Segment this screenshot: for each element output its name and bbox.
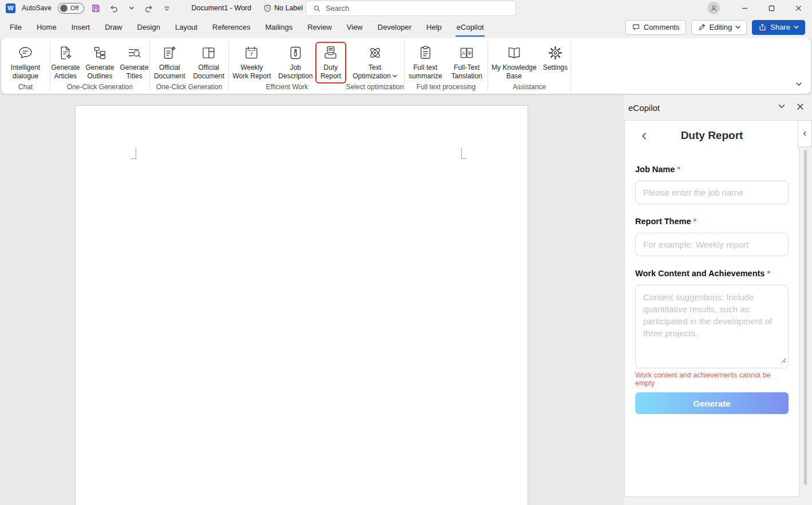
ribbon-button-job-description[interactable]: Job Description (275, 43, 316, 82)
ribbon-group-one-click-generation-2: Official Document Official Document One-… (150, 38, 228, 94)
close-icon (797, 103, 804, 110)
floppy-icon (91, 3, 101, 13)
validation-error-message: Work content and achievements cannot be … (635, 371, 789, 387)
svg-text:Φ: Φ (468, 50, 472, 55)
tab-design[interactable]: Design (130, 16, 168, 38)
chevron-down-icon (778, 102, 786, 110)
panel-collapse-button[interactable] (778, 102, 786, 113)
search-box[interactable] (306, 1, 516, 16)
chevron-left-icon (640, 132, 649, 141)
ribbon-button-settings[interactable]: Settings (540, 43, 571, 74)
tab-view[interactable]: View (339, 16, 370, 38)
sensitivity-label[interactable]: ? No Label (263, 4, 303, 13)
job-name-label: Job Name* (635, 165, 789, 174)
tab-ecopilot[interactable]: eCopilot (449, 16, 492, 38)
report-theme-input[interactable] (635, 233, 789, 256)
save-button[interactable] (90, 2, 102, 14)
ecopilot-panel: eCopilot Duty Report Job Name* Report Th… (623, 95, 812, 505)
comments-label: Comments (644, 23, 680, 31)
autosave-label: AutoSave (22, 4, 52, 12)
clipboard-list-icon (416, 43, 434, 62)
panel-scrollbar-thumb[interactable] (804, 150, 807, 485)
comment-icon (632, 23, 640, 31)
ribbon-button-my-knowledge-base[interactable]: My Knowledge Base (488, 43, 540, 82)
tab-draw[interactable]: Draw (97, 16, 129, 38)
group-label-assistance: Assistance (488, 83, 571, 91)
panel-close-button[interactable] (797, 102, 804, 113)
document-title: Document1 - Word (192, 4, 252, 12)
account-avatar[interactable] (707, 2, 720, 14)
ribbon-button-generate-titles[interactable]: Generate Titles (117, 43, 152, 82)
group-label-full-text-processing: Full text processing (405, 83, 488, 91)
tab-file[interactable]: File (2, 16, 29, 38)
undo-button[interactable] (108, 2, 120, 14)
chevron-down-icon (735, 23, 740, 31)
ribbon-button-generate-outlines[interactable]: Generate Outlines (82, 43, 117, 82)
ribbon-group-chat: Intelligent dialogue Chat (1, 38, 50, 94)
close-button[interactable] (785, 0, 812, 16)
ribbon-button-full-text-summarize[interactable]: Full text summarize (405, 43, 446, 82)
tab-mailings[interactable]: Mailings (258, 16, 300, 38)
ribbon-tabs: File Home Insert Draw Design Layout Refe… (0, 16, 491, 38)
chevron-down-icon (393, 72, 397, 81)
tab-help[interactable]: Help (419, 16, 449, 38)
search-input[interactable] (326, 4, 509, 13)
resize-handle-icon[interactable] (781, 355, 786, 365)
duty-report-form: Duty Report Job Name* Report Theme* Work… (624, 120, 799, 497)
tab-review[interactable]: Review (300, 16, 339, 38)
form-title: Duty Report (635, 129, 789, 142)
group-label-select-optimization: Select optimization (346, 83, 404, 91)
ribbon-button-full-text-translation[interactable]: AΦ Full-Text Tanslation (446, 43, 488, 82)
collapse-ribbon-button[interactable] (795, 79, 802, 90)
ribbon-button-duty-report[interactable]: Duty Report (316, 43, 345, 82)
tab-insert[interactable]: Insert (64, 16, 98, 38)
editing-mode-button[interactable]: Editing (691, 20, 747, 35)
comments-button[interactable]: Comments (625, 20, 686, 35)
work-content-textarea[interactable] (635, 285, 789, 368)
tab-references[interactable]: References (205, 16, 258, 38)
chat-bubble-icon (17, 43, 35, 62)
shield-icon: ? (263, 4, 272, 13)
menubar: File Home Insert Draw Design Layout Refe… (0, 16, 812, 38)
share-button[interactable]: Share (752, 20, 805, 35)
ribbon-button-text-optimization[interactable]: Text Optimization (348, 43, 402, 82)
document-pen-sparkle-icon (160, 43, 179, 62)
maximize-button[interactable] (758, 0, 785, 16)
ribbon-group-assistance: My Knowledge Base Settings Assistance (488, 38, 571, 94)
panel-title: eCopilot (628, 103, 660, 113)
job-name-input[interactable] (635, 181, 789, 204)
ribbon-button-generate-articles[interactable]: Generate Articles (48, 43, 82, 82)
autosave-toggle[interactable]: Off (58, 3, 84, 14)
minimize-button[interactable] (731, 0, 758, 16)
margin-corner-mark (461, 148, 467, 159)
tab-home[interactable]: Home (29, 16, 64, 38)
generate-button[interactable]: Generate (635, 392, 789, 414)
redo-button[interactable] (144, 2, 155, 14)
customize-quick-access-button[interactable] (161, 2, 173, 14)
tab-layout[interactable]: Layout (168, 16, 205, 38)
maximize-icon (769, 5, 775, 11)
line-chevron-icon (162, 3, 172, 13)
ribbon: Intelligent dialogue Chat Generate Artic… (1, 38, 811, 94)
group-divider (571, 41, 571, 91)
layout-grid-icon (200, 43, 218, 62)
chevron-down-icon (129, 6, 134, 10)
document-area (0, 95, 623, 505)
sensitivity-label-text: No Label (274, 4, 303, 12)
svg-text:7: 7 (250, 50, 253, 57)
person-icon (710, 4, 718, 13)
tab-developer[interactable]: Developer (370, 16, 419, 38)
ribbon-button-weekly-work-report[interactable]: 7 Weekly Work Report (229, 43, 275, 82)
ribbon-button-official-document-2[interactable]: Official Document (189, 43, 229, 82)
back-button[interactable] (639, 130, 650, 142)
panel-side-collapse-tab[interactable] (798, 120, 812, 147)
share-icon (758, 23, 767, 31)
required-asterisk: * (677, 165, 680, 174)
ribbon-button-official-document-1[interactable]: Official Document (150, 43, 189, 82)
undo-dropdown[interactable] (126, 2, 137, 14)
ribbon-button-intelligent-dialogue[interactable]: Intelligent dialogue (4, 43, 47, 82)
svg-text:A: A (462, 50, 466, 55)
pencil-icon (698, 23, 706, 31)
document-page[interactable] (75, 105, 528, 505)
close-icon (795, 5, 802, 11)
